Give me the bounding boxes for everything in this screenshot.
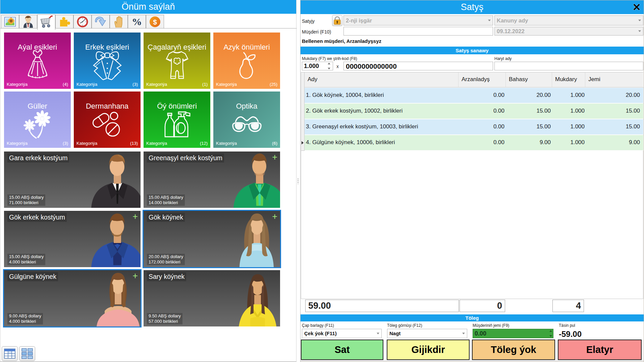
svg-text:$: $ xyxy=(153,18,157,26)
